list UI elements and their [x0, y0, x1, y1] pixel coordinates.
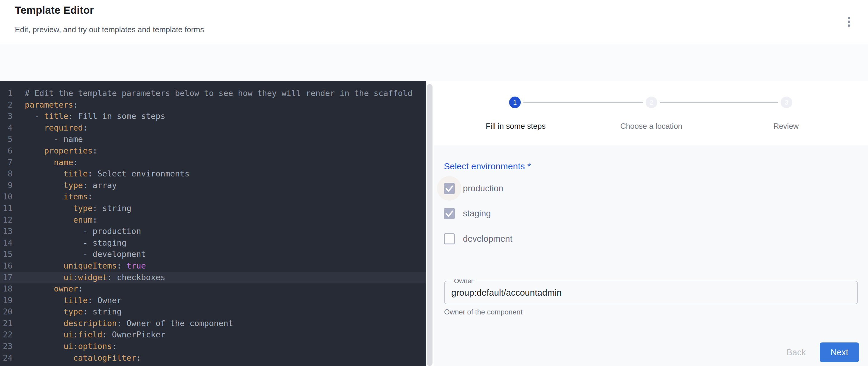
checkbox-production[interactable]: production	[437, 176, 586, 201]
step-connector-1	[523, 102, 643, 102]
check-icon	[444, 208, 455, 219]
checkbox-staging[interactable]: staging	[437, 201, 586, 225]
code-editor[interactable]: 123456789101112131415161718192021222324 …	[0, 81, 426, 366]
checkbox-box	[444, 233, 455, 244]
page-header: Template Editor Edit, preview, and try o…	[0, 0, 868, 43]
step-2-label: Choose a location	[620, 122, 682, 131]
stepper	[434, 81, 868, 146]
more-vert-icon	[848, 17, 850, 27]
checkbox-label: development	[463, 234, 513, 244]
step-3-label: Review	[773, 122, 799, 131]
checkbox-box	[444, 208, 455, 219]
more-options-button[interactable]	[839, 12, 859, 32]
back-button[interactable]: Back	[777, 343, 815, 362]
owner-field: Owner	[444, 281, 858, 304]
step-1-label: Fill in some steps	[486, 122, 546, 131]
step-3-indicator: 3	[781, 97, 792, 108]
checkbox-label: production	[463, 184, 503, 193]
checkbox-box	[444, 183, 455, 194]
step-connector-2	[660, 102, 778, 102]
owner-input[interactable]	[451, 282, 845, 303]
editor-gutter: 123456789101112131415161718192021222324	[0, 88, 12, 364]
toolbar: Load Existing Template	[0, 44, 868, 81]
environments-label: Select environments *	[444, 161, 531, 172]
editor-code: # Edit the template parameters below to …	[25, 88, 412, 364]
next-button[interactable]: Next	[820, 342, 859, 362]
check-icon	[444, 183, 455, 194]
page-title: Template Editor	[15, 4, 94, 16]
checkbox-label: staging	[463, 209, 491, 218]
step-2-indicator: 2	[646, 97, 657, 108]
owner-helper-text: Owner of the component	[444, 308, 523, 316]
template-editor-page: Template Editor Edit, preview, and try o…	[0, 0, 868, 366]
page-subtitle: Edit, preview, and try out templates and…	[15, 25, 204, 34]
editor-scrollbar[interactable]	[427, 84, 433, 366]
checkbox-development[interactable]: development	[437, 226, 586, 251]
step-1-indicator: 1	[509, 97, 521, 108]
